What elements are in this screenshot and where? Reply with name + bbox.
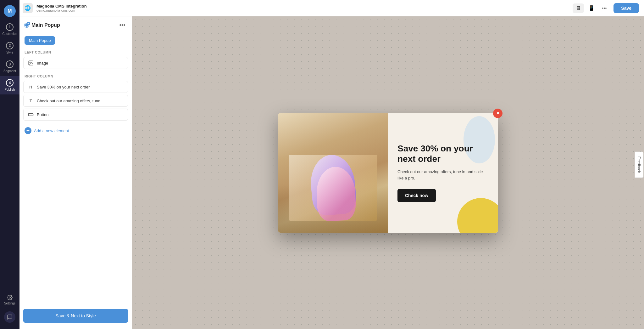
step-4-number: 4 [6,79,14,87]
panel-title: Main Popup [31,22,118,28]
content-panel: + Main Popup ••• Main Popup LEFT COLUMN … [19,16,132,329]
svg-point-0 [9,297,11,298]
sidebar-item-label-segment: Segment [3,69,16,73]
sidebar-item-customize[interactable]: 1 Customize [0,20,19,39]
svg-rect-3 [29,113,33,116]
popup-close-button[interactable]: ✕ [493,109,502,118]
panel-more-button[interactable]: ••• [118,21,127,30]
panel-header: + Main Popup ••• [19,16,132,33]
popup-subtext: Check out our amazing offers, tune in an… [397,169,489,181]
save-next-button[interactable]: Save & Next to Style [23,309,128,323]
site-icon: 🌐 [23,3,33,13]
mobile-preview-button[interactable]: 📱 [585,3,598,13]
heading-icon: H [28,84,34,90]
save-button[interactable]: Save [613,3,639,13]
element-label-button: Button [37,112,49,117]
gear-icon [7,295,13,300]
feedback-tab[interactable]: Feedback [635,151,644,178]
app-logo: M [4,5,16,17]
element-row-button[interactable]: Button [23,109,128,121]
deco-circle-yellow [457,198,498,233]
element-label-text: Check out our amazing offers, tune ... [37,99,105,103]
popup-cta-button[interactable]: Check now [397,189,436,202]
site-info: Magnolia CMS Integration demo.magnolia-c… [36,4,87,12]
image-icon [28,60,34,66]
sidebar-item-publish[interactable]: 4 Publish [0,76,19,94]
popup-left-column [278,113,388,233]
settings-nav-item[interactable]: Settings [0,292,19,308]
svg-point-2 [30,62,30,62]
element-row-image[interactable]: Image [23,57,128,69]
text-icon: T [28,98,34,104]
popup-modal: ✕ Save 30% on your next order [278,113,498,233]
element-row-heading[interactable]: H Save 30% on your next order [23,81,128,93]
step-2-number: 2 [6,42,14,49]
site-url: demo.magnolia-cms.com [36,9,87,12]
element-label-image: Image [37,61,48,65]
element-label-heading: Save 30% on your next order [37,85,90,89]
add-element-icon: + [25,127,31,134]
settings-label: Settings [4,302,15,305]
more-options-button[interactable]: ••• [599,4,610,13]
left-column-label: LEFT COLUMN [19,46,132,56]
step-3-number: 3 [6,60,14,68]
step-1-number: 1 [6,23,14,31]
element-row-text[interactable]: T Check out our amazing offers, tune ... [23,95,128,107]
top-bar: 🌐 Magnolia CMS Integration demo.magnolia… [0,0,644,16]
popup-right-column: Save 30% on your next order Check out ou… [388,113,498,233]
add-element-label: Add a new element [34,128,69,133]
right-column-label: RIGHT COLUMN [19,70,132,80]
button-icon [28,112,34,117]
chat-icon [7,314,13,320]
preview-area: ✕ Save 30% on your next order [132,16,644,329]
active-tab[interactable]: Main Popup [25,36,55,45]
popup-heading: Save 30% on your next order [397,143,489,164]
sidebar-nav: M 1 Customize 2 Style 3 Segment 4 Publis… [0,0,19,329]
desktop-preview-button[interactable]: 🖥 [573,3,584,13]
chat-nav-item[interactable] [0,308,19,326]
sidebar-item-style[interactable]: 2 Style [0,39,19,57]
sidebar-item-label-customize: Customize [2,32,17,36]
sidebar-item-segment[interactable]: 3 Segment [0,57,19,76]
add-element-row[interactable]: + Add a new element [19,123,132,138]
site-name: Magnolia CMS Integration [36,4,87,9]
sidebar-item-label-style: Style [6,51,13,54]
sidebar-item-label-publish: Publish [5,88,15,91]
